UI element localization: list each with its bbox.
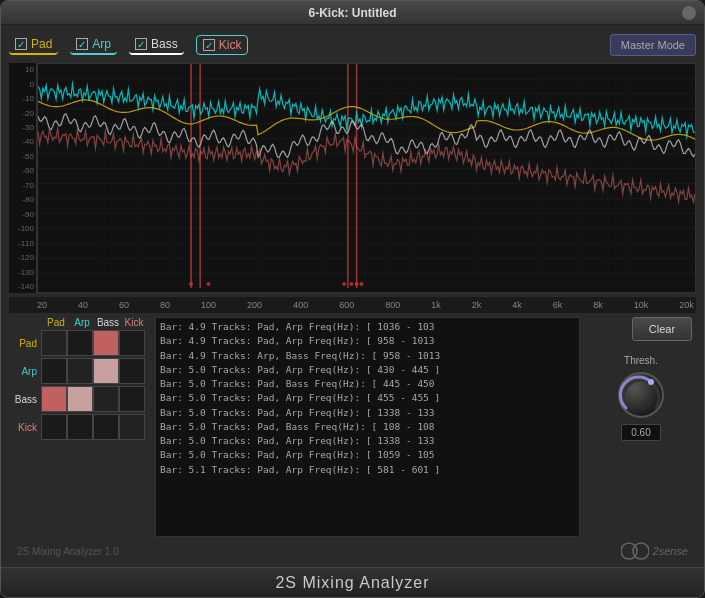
spectrum-canvas (38, 64, 695, 288)
matrix-row-bass: Bass (9, 386, 149, 412)
matrix-col-pad: Pad (43, 317, 69, 328)
db-label-n120: -120 (11, 253, 34, 262)
matrix-cell-kick-kick (119, 414, 145, 440)
main-content: ✓ Pad ✓ Arp ✓ Bass ✓ Kick Master Mode 10… (1, 25, 704, 567)
matrix-col-arp: Arp (69, 317, 95, 328)
tab-bass-checkbox[interactable]: ✓ (135, 38, 147, 50)
freq-label-8k: 8k (593, 300, 603, 310)
svg-point-3 (633, 543, 649, 559)
spectrum-wrapper: 10 0 -10 -20 -30 -40 -50 -60 -70 -80 -90… (9, 63, 696, 293)
log-entry-1: Bar: 4.9 Tracks: Pad, Arp Freq(Hz): [ 95… (160, 334, 575, 348)
freq-label-200: 200 (247, 300, 262, 310)
logo-area: 2sense (621, 540, 688, 562)
freq-label-100: 100 (201, 300, 216, 310)
db-label-n20: -20 (11, 109, 34, 118)
correlation-matrix: Pad Arp Bass Kick Pad Arp (9, 317, 149, 537)
matrix-cell-kick-arp (67, 414, 93, 440)
window-close-button[interactable] (682, 6, 696, 20)
tab-kick[interactable]: ✓ Kick (196, 35, 249, 55)
main-window: 6-Kick: Untitled ✓ Pad ✓ Arp ✓ Bass ✓ Ki… (0, 0, 705, 598)
log-entry-10: Bar: 5.1 Tracks: Pad, Arp Freq(Hz): [ 58… (160, 463, 575, 477)
freq-label-40: 40 (78, 300, 88, 310)
log-entry-9: Bar: 5.0 Tracks: Pad, Arp Freq(Hz): [ 10… (160, 448, 575, 462)
db-label-n40: -40 (11, 137, 34, 146)
freq-label-6k: 6k (553, 300, 563, 310)
freq-label-10k: 10k (634, 300, 649, 310)
db-label-n50: -50 (11, 152, 34, 161)
db-label-n140: -140 (11, 282, 34, 291)
freq-label-800: 800 (385, 300, 400, 310)
log-entry-7: Bar: 5.0 Tracks: Pad, Bass Freq(Hz): [ 1… (160, 420, 575, 434)
db-label-0: 0 (11, 80, 34, 89)
log-entry-3: Bar: 5.0 Tracks: Pad, Arp Freq(Hz): [ 43… (160, 363, 575, 377)
freq-label-80: 80 (160, 300, 170, 310)
thresh-label: Thresh. (624, 355, 658, 366)
matrix-cell-pad-bass (93, 330, 119, 356)
log-entry-2: Bar: 4.9 Tracks: Arp, Bass Freq(Hz): [ 9… (160, 349, 575, 363)
tab-kick-label: Kick (219, 38, 242, 52)
freq-label-20: 20 (37, 300, 47, 310)
freq-label-60: 60 (119, 300, 129, 310)
db-label-n90: -90 (11, 210, 34, 219)
matrix-col-bass: Bass (95, 317, 121, 328)
svg-point-1 (648, 379, 654, 385)
db-axis: 10 0 -10 -20 -30 -40 -50 -60 -70 -80 -90… (9, 63, 37, 293)
footer-title-bar: 2S Mixing Analyzer (1, 567, 704, 597)
matrix-row-label-kick: Kick (9, 422, 41, 433)
matrix-cell-arp-bass (93, 358, 119, 384)
db-label-n70: -70 (11, 181, 34, 190)
freq-label-20k: 20k (679, 300, 694, 310)
bottom-section: Pad Arp Bass Kick Pad Arp (9, 317, 696, 537)
db-label-n110: -110 (11, 239, 34, 248)
tab-pad-checkbox[interactable]: ✓ (15, 38, 27, 50)
tab-kick-checkbox[interactable]: ✓ (203, 39, 215, 51)
matrix-cell-arp-kick (119, 358, 145, 384)
freq-label-1k: 1k (431, 300, 441, 310)
clear-button[interactable]: Clear (632, 317, 692, 341)
matrix-row-arp: Arp (9, 358, 149, 384)
matrix-row-kick: Kick (9, 414, 149, 440)
freq-label-600: 600 (339, 300, 354, 310)
matrix-col-headers: Pad Arp Bass Kick (43, 317, 149, 328)
logo-text: 2sense (653, 545, 688, 557)
log-entry-8: Bar: 5.0 Tracks: Pad, Arp Freq(Hz): [ 13… (160, 434, 575, 448)
matrix-cell-pad-arp (67, 330, 93, 356)
db-label-n60: -60 (11, 166, 34, 175)
matrix-cell-pad-pad (41, 330, 67, 356)
tab-bass[interactable]: ✓ Bass (129, 35, 184, 55)
log-entry-0: Bar: 4.9 Tracks: Pad, Arp Freq(Hz): [ 10… (160, 320, 575, 334)
tab-pad[interactable]: ✓ Pad (9, 35, 58, 55)
knob-svg (616, 370, 666, 420)
db-label-n80: -80 (11, 195, 34, 204)
tab-bass-label: Bass (151, 37, 178, 51)
freq-axis: 20 40 60 80 100 200 400 600 800 1k 2k 4k… (9, 297, 696, 313)
matrix-row-label-pad: Pad (9, 338, 41, 349)
freq-label-2k: 2k (472, 300, 482, 310)
matrix-cell-bass-kick (119, 386, 145, 412)
log-entry-6: Bar: 5.0 Tracks: Pad, Arp Freq(Hz): [ 13… (160, 406, 575, 420)
matrix-rows: Pad Arp Bass (9, 330, 149, 440)
matrix-cell-arp-pad (41, 358, 67, 384)
master-mode-button[interactable]: Master Mode (610, 34, 696, 56)
matrix-cell-kick-pad (41, 414, 67, 440)
log-entry-5: Bar: 5.0 Tracks: Pad, Arp Freq(Hz): [ 45… (160, 391, 575, 405)
freq-label-4k: 4k (512, 300, 522, 310)
matrix-cell-kick-bass (93, 414, 119, 440)
logo-icon (621, 540, 649, 562)
matrix-row-label-arp: Arp (9, 366, 41, 377)
db-label-10: 10 (11, 65, 34, 74)
db-label-n100: -100 (11, 224, 34, 233)
window-title: 6-Kick: Untitled (308, 6, 396, 20)
footer-title-text: 2S Mixing Analyzer (275, 574, 429, 592)
matrix-cell-pad-kick (119, 330, 145, 356)
tab-arp[interactable]: ✓ Arp (70, 35, 117, 55)
matrix-row-label-bass: Bass (9, 394, 41, 405)
log-entry-4: Bar: 5.0 Tracks: Pad, Bass Freq(Hz): [ 4… (160, 377, 575, 391)
db-label-n10: -10 (11, 94, 34, 103)
track-tabs: ✓ Pad ✓ Arp ✓ Bass ✓ Kick Master Mode (9, 31, 696, 59)
version-text: 2S Mixing Analyzer 1.0 (17, 546, 119, 557)
freq-label-400: 400 (293, 300, 308, 310)
thresh-value: 0.60 (621, 424, 661, 441)
tab-arp-checkbox[interactable]: ✓ (76, 38, 88, 50)
thresh-knob[interactable] (616, 370, 666, 420)
